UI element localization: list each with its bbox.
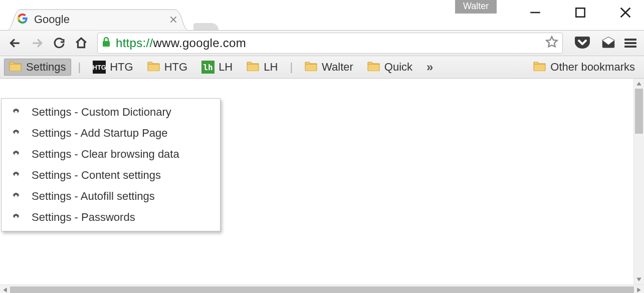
profile-chip[interactable]: Walter	[455, 0, 497, 14]
window-controls	[526, 3, 635, 22]
bookmark-folder-walter[interactable]: Walter	[300, 59, 358, 76]
back-button[interactable]	[5, 33, 25, 53]
bookmark-separator: |	[75, 61, 84, 74]
scroll-right-arrow-icon[interactable]	[634, 285, 644, 293]
htg-favicon-icon: HTG	[93, 61, 106, 74]
bookmark-folder-quick[interactable]: Quick	[362, 59, 417, 76]
menu-item-label: Settings - Custom Dictionary	[32, 106, 171, 119]
menu-item-label: Settings - Add Startup Page	[32, 127, 168, 140]
menu-item-content-settings[interactable]: Settings - Content settings	[2, 165, 220, 186]
maximize-button[interactable]	[571, 3, 590, 22]
gear-icon	[10, 211, 23, 224]
lh-favicon-icon: lh	[201, 61, 214, 74]
gear-icon	[10, 190, 23, 203]
lock-icon	[102, 37, 111, 50]
hamburger-icon	[624, 39, 636, 48]
folder-icon	[147, 60, 160, 74]
url-colon: ://	[143, 36, 153, 50]
inactive-tab-hint[interactable]	[193, 23, 219, 30]
folder-icon	[9, 60, 22, 74]
url-scheme: https	[116, 36, 143, 50]
tab-close-button[interactable]	[167, 14, 179, 26]
folder-icon	[533, 60, 546, 74]
bookmark-lh-site[interactable]: lh LH	[196, 59, 238, 75]
gear-icon	[10, 127, 23, 140]
bookmark-separator: |	[287, 61, 296, 74]
chrome-menu-button[interactable]	[622, 35, 639, 52]
bookmark-folder-settings[interactable]: Settings	[4, 59, 71, 76]
bookmark-label: LH	[219, 61, 233, 74]
bookmark-htg-site[interactable]: HTG HTG	[88, 59, 138, 75]
folder-icon	[367, 60, 380, 74]
bookmark-label: HTG	[110, 61, 133, 74]
menu-item-label: Settings - Content settings	[32, 169, 161, 182]
settings-folder-dropdown: Settings - Custom Dictionary Settings - …	[1, 98, 221, 231]
tab-title: Google	[34, 13, 70, 26]
folder-icon	[247, 60, 260, 74]
address-bar[interactable]: https://www.google.com	[97, 33, 563, 54]
bookmark-star-button[interactable]	[545, 36, 558, 51]
window-titlebar: Walter Google	[0, 0, 644, 31]
mail-extension-icon[interactable]	[600, 35, 617, 52]
gear-icon	[10, 106, 23, 119]
other-bookmarks-button[interactable]: Other bookmarks	[528, 59, 640, 76]
svg-rect-3	[103, 41, 110, 47]
horizontal-scrollbar[interactable]	[0, 284, 644, 293]
profile-name: Walter	[463, 1, 489, 11]
pocket-extension-icon[interactable]	[574, 35, 591, 52]
menu-item-clear-browsing-data[interactable]: Settings - Clear browsing data	[2, 144, 220, 165]
close-window-button[interactable]	[616, 3, 635, 22]
vertical-scrollbar-thumb[interactable]	[635, 89, 643, 134]
folder-icon	[305, 60, 318, 74]
menu-item-autofill-settings[interactable]: Settings - Autofill settings	[2, 186, 220, 207]
horizontal-scrollbar-thumb[interactable]	[10, 286, 634, 293]
forward-button[interactable]	[27, 33, 47, 53]
google-favicon-icon	[16, 12, 29, 27]
bookmark-label: Settings	[26, 61, 66, 74]
menu-item-label: Settings - Passwords	[32, 211, 135, 224]
url-text: https://www.google.com	[116, 36, 246, 50]
minimize-button[interactable]	[526, 3, 545, 22]
scroll-down-arrow-icon[interactable]	[634, 274, 644, 284]
bookmark-label: Other bookmarks	[550, 61, 635, 74]
bookmarks-bar: Settings | HTG HTG HTG lh LH LH | Walter…	[0, 56, 644, 79]
menu-item-custom-dictionary[interactable]: Settings - Custom Dictionary	[2, 102, 220, 123]
reload-button[interactable]	[49, 33, 69, 53]
extension-icons	[574, 35, 617, 52]
bookmark-label: Quick	[384, 61, 412, 74]
navigation-toolbar: https://www.google.com	[0, 31, 644, 56]
bookmark-folder-lh[interactable]: LH	[242, 59, 283, 76]
browser-tab[interactable]: Google	[7, 9, 188, 31]
menu-item-label: Settings - Clear browsing data	[32, 148, 179, 161]
gear-icon	[10, 169, 23, 182]
vertical-scrollbar[interactable]	[633, 79, 644, 284]
svg-rect-2	[576, 8, 584, 17]
menu-item-label: Settings - Autofill settings	[32, 190, 155, 203]
menu-item-add-startup-page[interactable]: Settings - Add Startup Page	[2, 123, 220, 144]
bookmarks-overflow-button[interactable]: »	[421, 60, 439, 74]
gear-icon	[10, 148, 23, 161]
home-button[interactable]	[71, 33, 91, 53]
bookmark-label: Walter	[322, 61, 353, 74]
bookmark-label: LH	[264, 61, 278, 74]
scroll-up-arrow-icon[interactable]	[634, 79, 644, 89]
menu-item-passwords[interactable]: Settings - Passwords	[2, 207, 220, 228]
bookmark-folder-htg[interactable]: HTG	[142, 59, 192, 76]
bookmark-label: HTG	[164, 61, 187, 74]
scroll-left-arrow-icon[interactable]	[0, 285, 10, 293]
url-host: www.google.com	[153, 36, 246, 50]
